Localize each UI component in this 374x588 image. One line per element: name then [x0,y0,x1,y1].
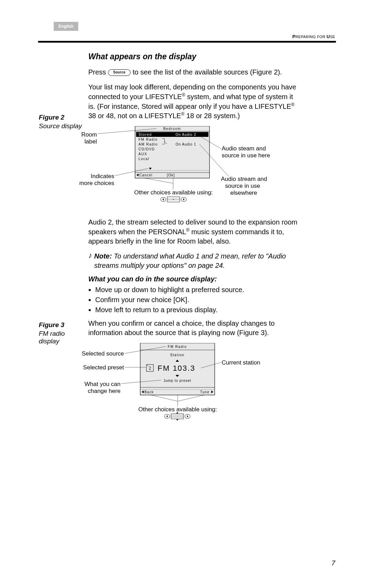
fig2-callout-audio-here-1: Audio steam and [222,145,266,152]
fig2-callout-audio-else-3: elsewhere [230,190,257,196]
fig2-room: Bedroom [163,127,181,131]
fig2-callout-audio-else-1: Audio stream and [221,176,267,182]
page-number: 7 [331,559,335,567]
fig3-back: Back [144,390,154,394]
fig2-callout-indicates-1: Indicates [91,173,114,179]
svg-marker-39 [176,419,178,421]
svg-marker-12 [162,198,164,200]
section-header-se: SE [330,35,335,39]
source-button-icon: Source [108,69,131,76]
figure-3-diagram: FM Radio Station 2 FM 103.3 Jump to pres… [78,343,300,433]
section-header-p: P [292,34,295,39]
fig3-callout-change-1: What you can [84,381,121,387]
fig2-callout-indicates-2: more choices [79,180,114,186]
fig3-title: FM Radio [168,345,187,349]
fig3-callout-other: Other choices available using: [139,406,217,413]
fig2-callout-audio-here-2: source in use here [222,152,270,159]
svg-marker-18 [183,198,185,200]
figure-2-label: Figure 2 [39,114,86,121]
para-audio2: Audio 2, the stream selected to deliver … [88,218,300,246]
remote-nav-icon [161,197,186,202]
fig3-tune: Tune [200,390,210,394]
fig3-freq: FM 103.3 [158,364,195,372]
svg-line-10 [144,178,173,183]
fig2-ok: [Ok] [167,173,175,177]
svg-marker-41 [187,415,188,417]
svg-marker-33 [166,415,168,417]
sub-heading: What you can do in the source display: [88,275,300,283]
bullet-list: Move up or down to highlight a preferred… [88,286,300,314]
fig2-item-am: AM Radio [139,142,158,146]
figure-2-diagram: Bedroom Stored On Audio 2 FM Radio AM Ra… [76,126,298,216]
para-list-diff: Your list may look different, depending … [88,82,300,121]
fig2-callout-audio-else-2: source in use [225,183,260,189]
svg-rect-13 [167,197,180,202]
para-press: Press Source to see the list of the avai… [88,68,300,77]
fig2-item-local: Local [139,157,149,161]
bullet-1: Move up or down to highlight a preferred… [95,286,300,294]
fig2-on-audio-1: On Audio 1 [176,142,196,146]
para2-d: 18 or 28 system.) [185,112,240,120]
remote-nav-icon-2 [164,412,190,421]
fig2-callout-other: Other choices available using: [134,189,213,196]
svg-line-31 [151,395,178,401]
fig3-callout-preset: Selected preset [83,364,124,371]
header-rule [38,41,336,43]
fig2-item-aux: AUX [139,152,147,156]
figure-3-label: Figure 3 [39,321,86,329]
fig3-callout-change-2: change here [88,388,121,394]
fig2-callout-room-1: Room [81,131,97,138]
fig3-jump: Jump to preset [163,379,191,383]
bullet-3: Move left to return to a previous displa… [95,306,300,314]
fig3-callout-source: Selected source [82,350,124,357]
note-label: Note: [94,252,112,260]
music-note-icon: ♪ [88,252,92,259]
fig2-item-fm: FM Radio [139,138,158,141]
svg-point-16 [173,199,174,200]
language-tab: English [54,22,78,31]
note-text: To understand what Audio 1 and 2 mean, r… [94,252,286,269]
fig2-item-stored: Stored [139,133,152,137]
svg-line-30 [178,395,204,401]
note-block: ♪ Note: To understand what Audio 1 and 2… [88,252,300,270]
bullet-2: Confirm your new choice [OK]. [95,296,300,304]
para2-c: 38 or 48, not on a LIFESTYLE [88,112,181,120]
fig3-station: Station [170,353,185,357]
section-header-u: U [327,34,330,39]
fig2-callout-room-2: label [84,138,97,145]
fig2-item-cd: CD/DVD [139,147,155,151]
heading-display: What appears on the display [88,52,300,61]
section-header-reparing: REPARING FOR [295,35,327,39]
press-text-2: to see the list of the available sources… [133,68,282,76]
section-header: PREPARING FOR USE [292,34,335,39]
fig3-preset: 2 [149,366,151,371]
para-confirm: When you confirm or cancel a choice, the… [88,319,300,337]
fig2-on-audio-2: On Audio 2 [176,133,196,137]
press-text-1: Press [88,68,106,76]
fig3-callout-current: Current station [222,359,260,366]
fig2-cancel: Cancel [139,173,152,177]
